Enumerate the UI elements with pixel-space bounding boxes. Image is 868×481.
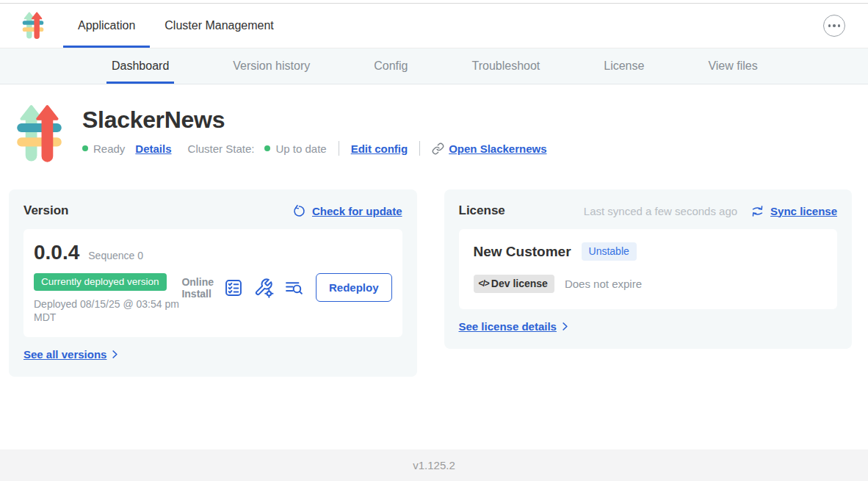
install-type-label: Online Install [181, 276, 214, 300]
subnav-tab-dashboard[interactable]: Dashboard [106, 48, 174, 84]
sync-arrows-icon [751, 204, 764, 218]
app-status-row: Ready Details Cluster State: Up to date … [82, 141, 547, 156]
external-link-chain-icon [432, 142, 444, 155]
ellipsis-icon [828, 24, 841, 27]
divider [419, 141, 420, 156]
license-card-title: License [459, 203, 505, 218]
view-diff-icon[interactable] [283, 278, 304, 298]
subnav-tab-view-files[interactable]: View files [703, 48, 762, 84]
tab-application-label: Application [78, 19, 135, 32]
deployed-timestamp: Deployed 08/15/25 @ 03:54 pm MDT [34, 297, 181, 324]
tab-cluster-management[interactable]: Cluster Management [150, 4, 289, 48]
version-card-title: Version [23, 203, 68, 218]
admin-console-page: Application Cluster Management Dashboard… [0, 0, 868, 481]
license-type-badge: </> Dev license [474, 275, 554, 293]
subnav-version-history-label: Version history [233, 59, 310, 73]
details-link[interactable]: Details [135, 142, 171, 155]
subnav-tab-config[interactable]: Config [369, 48, 413, 84]
subnav-tab-troubleshoot[interactable]: Troubleshoot [466, 48, 545, 84]
customer-name: New Customer [474, 244, 571, 260]
navbar-spacer [289, 4, 823, 48]
see-license-details-link[interactable]: See license details [459, 320, 557, 333]
console-version: v1.125.2 [413, 459, 455, 471]
license-card: License Last synced a few seconds ago Sy… [444, 189, 853, 349]
app-status-dot [82, 145, 88, 151]
license-expiry-text: Does not expire [565, 278, 642, 290]
app-subnav: Dashboard Version history Config Trouble… [0, 48, 868, 84]
subnav-config-label: Config [374, 59, 408, 73]
cluster-state-text: Up to date [275, 142, 326, 155]
divider [339, 141, 339, 156]
app-logo-small[interactable] [22, 4, 44, 48]
code-icon: </> [479, 278, 489, 289]
subnav-tab-license[interactable]: License [598, 48, 649, 84]
app-header: SlackerNews Ready Details Cluster State:… [16, 103, 852, 165]
redeploy-button[interactable]: Redeploy [316, 273, 392, 302]
current-version-panel: 0.0.4 Sequence 0 Currently deployed vers… [23, 229, 402, 337]
slackernews-logo-large [16, 103, 62, 165]
subnav-troubleshoot-label: Troubleshoot [471, 59, 540, 73]
subnav-tab-version-history[interactable]: Version history [228, 48, 315, 84]
navbar-left: Application Cluster Management [22, 4, 289, 48]
see-all-versions-link[interactable]: See all versions [23, 348, 106, 361]
channel-badge: Unstable [582, 242, 637, 261]
overflow-menu-button[interactable] [823, 15, 845, 37]
check-for-update-link[interactable]: Check for update [312, 205, 402, 217]
open-app-link[interactable]: Open Slackernews [449, 142, 546, 155]
sequence-label: Sequence 0 [88, 250, 143, 261]
dashboard-cards: Version Check for update [0, 165, 868, 377]
refresh-icon [292, 204, 306, 218]
slackernews-logo-icon [22, 11, 44, 40]
version-card: Version Check for update [9, 189, 417, 377]
sync-license-link[interactable]: Sync license [770, 205, 837, 217]
top-navbar: Application Cluster Management [0, 4, 868, 48]
last-synced-text: Last synced a few seconds ago [584, 205, 737, 217]
version-number: 0.0.4 [34, 241, 79, 264]
subnav-dashboard-label: Dashboard [112, 59, 169, 73]
license-type-text: Dev license [491, 278, 548, 289]
chevron-right-icon [560, 321, 571, 332]
console-footer: v1.125.2 [0, 449, 868, 481]
cluster-state-label: Cluster State: [188, 142, 255, 155]
cluster-state-dot [264, 145, 270, 151]
app-status-text: Ready [93, 142, 125, 155]
page-title: SlackerNews [82, 106, 547, 134]
dashboard-main: SlackerNews Ready Details Cluster State:… [0, 84, 868, 449]
edit-config-link[interactable]: Edit config [351, 142, 408, 155]
tab-cluster-management-label: Cluster Management [164, 19, 274, 32]
subnav-license-label: License [604, 59, 644, 73]
license-panel: New Customer Unstable </> Dev license Do… [459, 229, 838, 309]
edit-config-icon[interactable] [253, 278, 274, 298]
preflight-checks-icon[interactable] [223, 278, 244, 298]
currently-deployed-badge: Currently deployed version [34, 273, 167, 291]
chevron-right-icon [109, 349, 120, 360]
subnav-view-files-label: View files [708, 59, 757, 73]
tab-application[interactable]: Application [63, 4, 150, 48]
